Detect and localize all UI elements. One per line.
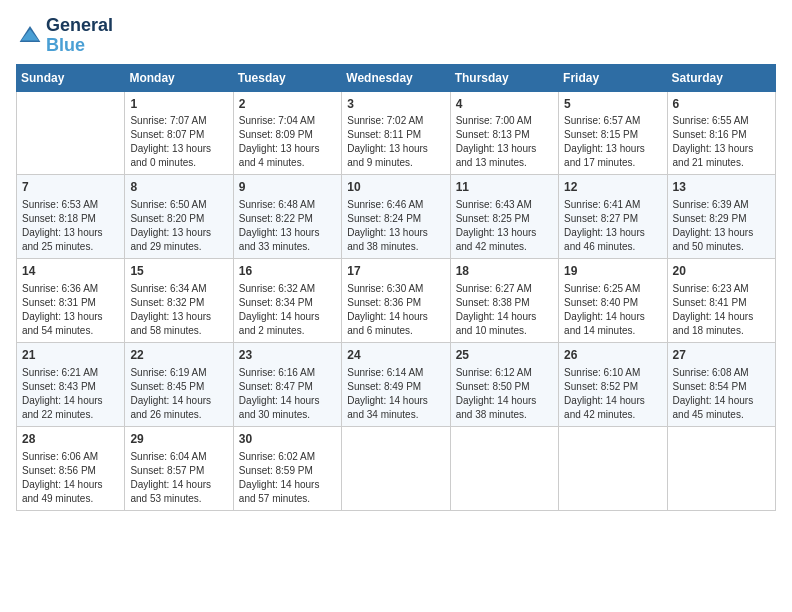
calendar-week-row: 1Sunrise: 7:07 AMSunset: 8:07 PMDaylight… bbox=[17, 91, 776, 175]
calendar-cell: 11Sunrise: 6:43 AMSunset: 8:25 PMDayligh… bbox=[450, 175, 558, 259]
logo-text: General Blue bbox=[46, 16, 113, 56]
weekday-header: Wednesday bbox=[342, 64, 450, 91]
calendar-cell: 7Sunrise: 6:53 AMSunset: 8:18 PMDaylight… bbox=[17, 175, 125, 259]
day-info: Sunrise: 6:23 AMSunset: 8:41 PMDaylight:… bbox=[673, 282, 770, 338]
day-number: 26 bbox=[564, 347, 661, 364]
day-info: Sunrise: 6:19 AMSunset: 8:45 PMDaylight:… bbox=[130, 366, 227, 422]
calendar-cell: 3Sunrise: 7:02 AMSunset: 8:11 PMDaylight… bbox=[342, 91, 450, 175]
day-number: 8 bbox=[130, 179, 227, 196]
calendar-cell: 17Sunrise: 6:30 AMSunset: 8:36 PMDayligh… bbox=[342, 259, 450, 343]
day-number: 3 bbox=[347, 96, 444, 113]
day-info: Sunrise: 6:57 AMSunset: 8:15 PMDaylight:… bbox=[564, 114, 661, 170]
day-info: Sunrise: 7:04 AMSunset: 8:09 PMDaylight:… bbox=[239, 114, 336, 170]
calendar-cell: 19Sunrise: 6:25 AMSunset: 8:40 PMDayligh… bbox=[559, 259, 667, 343]
day-info: Sunrise: 6:21 AMSunset: 8:43 PMDaylight:… bbox=[22, 366, 119, 422]
day-info: Sunrise: 6:30 AMSunset: 8:36 PMDaylight:… bbox=[347, 282, 444, 338]
calendar-cell bbox=[17, 91, 125, 175]
day-number: 12 bbox=[564, 179, 661, 196]
day-number: 18 bbox=[456, 263, 553, 280]
day-number: 24 bbox=[347, 347, 444, 364]
day-info: Sunrise: 6:25 AMSunset: 8:40 PMDaylight:… bbox=[564, 282, 661, 338]
day-number: 11 bbox=[456, 179, 553, 196]
day-info: Sunrise: 6:27 AMSunset: 8:38 PMDaylight:… bbox=[456, 282, 553, 338]
calendar-week-row: 14Sunrise: 6:36 AMSunset: 8:31 PMDayligh… bbox=[17, 259, 776, 343]
day-info: Sunrise: 6:46 AMSunset: 8:24 PMDaylight:… bbox=[347, 198, 444, 254]
day-number: 15 bbox=[130, 263, 227, 280]
day-info: Sunrise: 6:34 AMSunset: 8:32 PMDaylight:… bbox=[130, 282, 227, 338]
day-number: 29 bbox=[130, 431, 227, 448]
weekday-header: Monday bbox=[125, 64, 233, 91]
day-number: 27 bbox=[673, 347, 770, 364]
svg-marker-1 bbox=[21, 29, 39, 40]
calendar-cell: 16Sunrise: 6:32 AMSunset: 8:34 PMDayligh… bbox=[233, 259, 341, 343]
day-number: 13 bbox=[673, 179, 770, 196]
day-info: Sunrise: 6:55 AMSunset: 8:16 PMDaylight:… bbox=[673, 114, 770, 170]
weekday-header: Friday bbox=[559, 64, 667, 91]
day-number: 7 bbox=[22, 179, 119, 196]
logo: General Blue bbox=[16, 16, 113, 56]
day-info: Sunrise: 6:36 AMSunset: 8:31 PMDaylight:… bbox=[22, 282, 119, 338]
calendar-cell: 23Sunrise: 6:16 AMSunset: 8:47 PMDayligh… bbox=[233, 342, 341, 426]
calendar-table: SundayMondayTuesdayWednesdayThursdayFrid… bbox=[16, 64, 776, 511]
day-number: 21 bbox=[22, 347, 119, 364]
calendar-cell: 22Sunrise: 6:19 AMSunset: 8:45 PMDayligh… bbox=[125, 342, 233, 426]
day-number: 22 bbox=[130, 347, 227, 364]
day-info: Sunrise: 7:00 AMSunset: 8:13 PMDaylight:… bbox=[456, 114, 553, 170]
calendar-cell: 9Sunrise: 6:48 AMSunset: 8:22 PMDaylight… bbox=[233, 175, 341, 259]
calendar-cell: 18Sunrise: 6:27 AMSunset: 8:38 PMDayligh… bbox=[450, 259, 558, 343]
day-number: 20 bbox=[673, 263, 770, 280]
calendar-week-row: 28Sunrise: 6:06 AMSunset: 8:56 PMDayligh… bbox=[17, 426, 776, 510]
calendar-cell: 8Sunrise: 6:50 AMSunset: 8:20 PMDaylight… bbox=[125, 175, 233, 259]
day-number: 4 bbox=[456, 96, 553, 113]
calendar-cell: 6Sunrise: 6:55 AMSunset: 8:16 PMDaylight… bbox=[667, 91, 775, 175]
weekday-header: Thursday bbox=[450, 64, 558, 91]
calendar-cell: 25Sunrise: 6:12 AMSunset: 8:50 PMDayligh… bbox=[450, 342, 558, 426]
calendar-week-row: 7Sunrise: 6:53 AMSunset: 8:18 PMDaylight… bbox=[17, 175, 776, 259]
calendar-cell bbox=[342, 426, 450, 510]
weekday-header: Sunday bbox=[17, 64, 125, 91]
calendar-cell: 20Sunrise: 6:23 AMSunset: 8:41 PMDayligh… bbox=[667, 259, 775, 343]
day-number: 1 bbox=[130, 96, 227, 113]
page-header: General Blue bbox=[16, 16, 776, 56]
calendar-cell: 27Sunrise: 6:08 AMSunset: 8:54 PMDayligh… bbox=[667, 342, 775, 426]
day-info: Sunrise: 7:02 AMSunset: 8:11 PMDaylight:… bbox=[347, 114, 444, 170]
calendar-cell bbox=[559, 426, 667, 510]
day-number: 14 bbox=[22, 263, 119, 280]
day-number: 25 bbox=[456, 347, 553, 364]
day-info: Sunrise: 6:02 AMSunset: 8:59 PMDaylight:… bbox=[239, 450, 336, 506]
calendar-cell bbox=[667, 426, 775, 510]
day-number: 30 bbox=[239, 431, 336, 448]
day-info: Sunrise: 6:16 AMSunset: 8:47 PMDaylight:… bbox=[239, 366, 336, 422]
day-info: Sunrise: 6:06 AMSunset: 8:56 PMDaylight:… bbox=[22, 450, 119, 506]
day-info: Sunrise: 7:07 AMSunset: 8:07 PMDaylight:… bbox=[130, 114, 227, 170]
day-info: Sunrise: 6:41 AMSunset: 8:27 PMDaylight:… bbox=[564, 198, 661, 254]
calendar-cell: 13Sunrise: 6:39 AMSunset: 8:29 PMDayligh… bbox=[667, 175, 775, 259]
day-number: 28 bbox=[22, 431, 119, 448]
weekday-header-row: SundayMondayTuesdayWednesdayThursdayFrid… bbox=[17, 64, 776, 91]
day-info: Sunrise: 6:50 AMSunset: 8:20 PMDaylight:… bbox=[130, 198, 227, 254]
day-info: Sunrise: 6:48 AMSunset: 8:22 PMDaylight:… bbox=[239, 198, 336, 254]
day-info: Sunrise: 6:10 AMSunset: 8:52 PMDaylight:… bbox=[564, 366, 661, 422]
day-number: 2 bbox=[239, 96, 336, 113]
day-info: Sunrise: 6:39 AMSunset: 8:29 PMDaylight:… bbox=[673, 198, 770, 254]
weekday-header: Saturday bbox=[667, 64, 775, 91]
day-number: 23 bbox=[239, 347, 336, 364]
calendar-cell: 21Sunrise: 6:21 AMSunset: 8:43 PMDayligh… bbox=[17, 342, 125, 426]
day-number: 6 bbox=[673, 96, 770, 113]
calendar-cell: 2Sunrise: 7:04 AMSunset: 8:09 PMDaylight… bbox=[233, 91, 341, 175]
calendar-week-row: 21Sunrise: 6:21 AMSunset: 8:43 PMDayligh… bbox=[17, 342, 776, 426]
day-info: Sunrise: 6:04 AMSunset: 8:57 PMDaylight:… bbox=[130, 450, 227, 506]
day-info: Sunrise: 6:12 AMSunset: 8:50 PMDaylight:… bbox=[456, 366, 553, 422]
calendar-cell: 28Sunrise: 6:06 AMSunset: 8:56 PMDayligh… bbox=[17, 426, 125, 510]
calendar-cell: 4Sunrise: 7:00 AMSunset: 8:13 PMDaylight… bbox=[450, 91, 558, 175]
calendar-cell: 15Sunrise: 6:34 AMSunset: 8:32 PMDayligh… bbox=[125, 259, 233, 343]
day-info: Sunrise: 6:53 AMSunset: 8:18 PMDaylight:… bbox=[22, 198, 119, 254]
calendar-cell: 14Sunrise: 6:36 AMSunset: 8:31 PMDayligh… bbox=[17, 259, 125, 343]
calendar-cell bbox=[450, 426, 558, 510]
calendar-cell: 12Sunrise: 6:41 AMSunset: 8:27 PMDayligh… bbox=[559, 175, 667, 259]
calendar-cell: 5Sunrise: 6:57 AMSunset: 8:15 PMDaylight… bbox=[559, 91, 667, 175]
calendar-cell: 26Sunrise: 6:10 AMSunset: 8:52 PMDayligh… bbox=[559, 342, 667, 426]
day-number: 5 bbox=[564, 96, 661, 113]
weekday-header: Tuesday bbox=[233, 64, 341, 91]
day-number: 16 bbox=[239, 263, 336, 280]
